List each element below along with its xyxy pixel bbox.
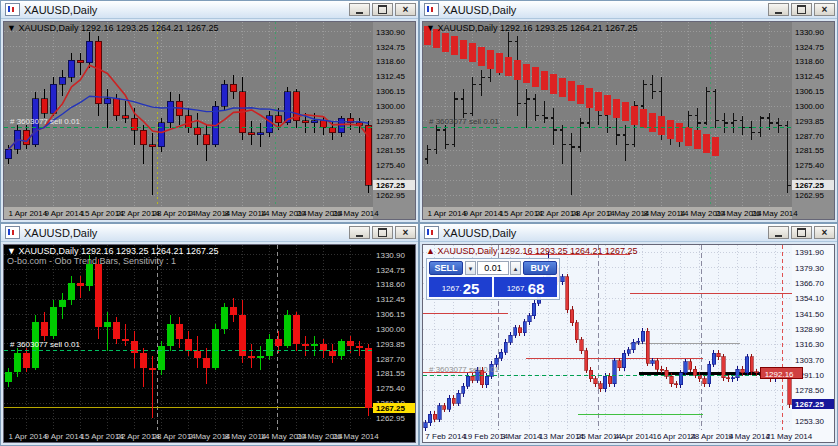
svg-text:1300.00: 1300.00 [376,102,405,111]
sell-price-display[interactable]: 1267. 25 [429,277,492,297]
svg-text:1391.90: 1391.90 [795,248,824,257]
window-titlebar[interactable]: XAUUSD,Daily × [1,1,418,19]
svg-text:1 Apr 2014: 1 Apr 2014 [9,209,48,218]
svg-text:1267.25: 1267.25 [376,404,405,413]
minimize-icon [356,235,363,237]
svg-text:3 Mar 2014: 3 Mar 2014 [501,432,542,441]
svg-text:1275.40: 1275.40 [795,161,824,170]
svg-text:1275.40: 1275.40 [376,384,405,393]
svg-text:1293.85: 1293.85 [795,117,824,126]
chart-canvas[interactable]: 1330.901324.751318.601312.451306.151300.… [4,245,415,442]
svg-text:1287.70: 1287.70 [795,132,824,141]
svg-text:1341.50: 1341.50 [795,310,824,319]
minimize-icon [356,12,363,14]
sell-price-int: 1267. [442,284,462,296]
chart-frame: 1391.901379.301366.701354.101341.501328.… [420,242,837,445]
ohlc-info-label[interactable]: ▼ XAUUSD,Daily 1292.16 1293.25 1264.21 1… [7,23,219,33]
window-titlebar[interactable]: XAUUSD,Daily × [1,224,418,242]
chart-window-icon [5,226,20,239]
restore-icon [797,5,806,14]
svg-text:1 Apr 2014: 1 Apr 2014 [9,432,48,441]
restore-icon [378,228,387,237]
sell-button[interactable]: SELL [429,261,463,275]
svg-text:1292.16: 1292.16 [765,370,794,379]
chart-window-icon [424,3,439,16]
restore-button[interactable] [791,3,812,16]
restore-icon [797,228,806,237]
ohlc-info-label[interactable]: ▼ XAUUSD,Daily 1292.16 1293.25 1264.21 1… [7,246,219,256]
chart-area-white-candles[interactable]: 1391.901379.301366.701354.101341.501328.… [422,244,835,443]
chart-window-top-right: XAUUSD,Daily × 1330.901324.751318.601312… [419,0,838,223]
svg-text:1300.00: 1300.00 [376,325,405,334]
svg-text:1267.25: 1267.25 [795,400,824,409]
svg-text:1318.60: 1318.60 [795,57,824,66]
svg-text:1318.60: 1318.60 [376,280,405,289]
minimize-button[interactable] [768,3,789,16]
buy-button[interactable]: BUY [523,261,557,275]
chart-window-bottom-left: XAUUSD,Daily × 1330.901324.751318.601312… [0,223,419,446]
svg-text:9 Apr 2014: 9 Apr 2014 [45,432,84,441]
window-titlebar[interactable]: XAUUSD,Daily × [420,224,837,242]
svg-text:1267.25: 1267.25 [795,181,824,190]
svg-text:1366.70: 1366.70 [795,279,824,288]
close-button[interactable]: × [814,226,835,239]
svg-text:1300.00: 1300.00 [795,102,824,111]
svg-text:1324.75: 1324.75 [376,266,405,275]
close-button[interactable]: × [814,3,835,16]
chart-canvas[interactable]: 1330.901324.751318.601312.451306.151300.… [4,22,415,219]
window-title: XAUUSD,Daily [443,227,764,239]
svg-text:9 Apr 2014: 9 Apr 2014 [464,209,503,218]
svg-text:4 Apr 2014: 4 Apr 2014 [615,432,654,441]
restore-button[interactable] [372,3,393,16]
svg-text:9 May 2014: 9 May 2014 [728,432,770,441]
svg-text:# 3603077 sell 0.01: # 3603077 sell 0.01 [10,340,80,349]
svg-text:9 Apr 2014: 9 Apr 2014 [45,209,84,218]
minimize-button[interactable] [349,3,370,16]
svg-text:1281.55: 1281.55 [376,146,405,155]
svg-text:21 May 2014: 21 May 2014 [766,432,813,441]
svg-text:1 Apr 2014: 1 Apr 2014 [428,209,467,218]
restore-button[interactable] [372,226,393,239]
window-title: XAUUSD,Daily [24,227,345,239]
close-icon: × [403,5,409,14]
svg-text:1303.70: 1303.70 [795,356,824,365]
restore-icon [378,5,387,14]
svg-text:1354.10: 1354.10 [795,294,824,303]
svg-text:26 May 2014: 26 May 2014 [333,432,380,441]
svg-text:1293.85: 1293.85 [376,340,405,349]
volume-increase-button[interactable]: ▴ [510,261,521,275]
ohlc-info-label[interactable]: ▼ XAUUSD,Daily 1292.16 1293.25 1264.21 1… [426,23,638,33]
svg-text:1312.45: 1312.45 [376,72,405,81]
chart-area-black-candles[interactable]: 1330.901324.751318.601312.451306.151300.… [3,244,416,443]
svg-text:1306.15: 1306.15 [795,87,824,96]
svg-text:# 3603077 sell 0.01: # 3603077 sell 0.01 [429,365,499,374]
chart-area-gray-bars[interactable]: 1330.901324.751318.601312.451306.151300.… [422,21,835,220]
chart-area-gray-candles[interactable]: 1330.901324.751318.601312.451306.151300.… [3,21,416,220]
svg-text:# 3603077 sell 0.01: # 3603077 sell 0.01 [10,117,80,126]
window-titlebar[interactable]: XAUUSD,Daily × [420,1,837,19]
chart-frame: 1330.901324.751318.601312.451306.151300.… [1,242,418,445]
buy-price-frac: 68 [528,281,545,296]
minimize-button[interactable] [349,226,370,239]
svg-text:1281.55: 1281.55 [376,369,405,378]
svg-text:1262.95: 1262.95 [795,191,824,200]
triangle-up-icon: ▴ [514,265,518,272]
minimize-icon [775,235,782,237]
svg-text:1318.60: 1318.60 [376,57,405,66]
close-button[interactable]: × [395,226,416,239]
svg-text:26 May 2014: 26 May 2014 [752,209,799,218]
svg-text:1324.75: 1324.75 [376,43,405,52]
minimize-icon [775,12,782,14]
svg-text:1262.95: 1262.95 [376,191,405,200]
triangle-down-icon: ▾ [469,265,473,272]
svg-text:26 May 2014: 26 May 2014 [333,209,380,218]
restore-button[interactable] [791,226,812,239]
ohlc-info-label[interactable]: ▲ XAUUSD,Daily 1292.16 1293.25 1264.21 1… [426,246,638,256]
minimize-button[interactable] [768,226,789,239]
buy-price-display[interactable]: 1267. 68 [494,277,557,297]
chart-canvas[interactable]: 1330.901324.751318.601312.451306.151300.… [423,22,834,219]
volume-decrease-button[interactable]: ▾ [465,261,476,275]
mdi-workspace: XAUUSD,Daily × 1330.901324.751318.601312… [0,0,838,446]
volume-input[interactable]: 0.01 [477,261,509,275]
close-button[interactable]: × [395,3,416,16]
